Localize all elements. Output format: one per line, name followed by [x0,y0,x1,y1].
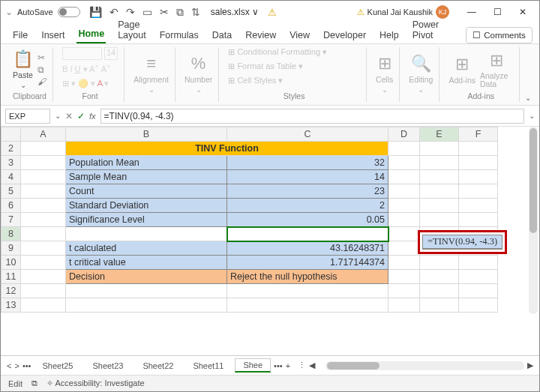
maximize-button[interactable]: ☐ [485,3,509,21]
label-pop-mean: Population Mean [66,156,227,170]
titlebar: ⌄ AutoSave 💾 ↶ ↷ ▭ ✂ ⧉ ⇅ sales.xlsx ∨ ⚠ … [1,1,539,23]
paste-button[interactable]: 📋Paste⌄ [13,49,33,89]
sheet-nav-prev[interactable]: < [7,361,11,370]
copy-icon[interactable]: ⧉ [176,6,184,19]
sheet-tab-active[interactable]: Shee [235,358,271,373]
table-title: TINV Function [66,142,388,156]
cell-styles-button[interactable]: ⊞ Cell Styles ▾ [228,76,283,85]
label-count: Count [66,184,227,199]
label-decision: Decision [66,270,227,284]
tab-review[interactable]: Review [244,27,278,43]
analyze-data-button[interactable]: ⊞Analyze Data [480,51,513,88]
save-icon[interactable]: 💾 [89,6,102,19]
tab-formulas[interactable]: Formulas [158,27,200,43]
worksheet-grid[interactable]: ABCDEF 2TINV Function 3Population Mean32… [1,127,539,355]
autosave-label: AutoSave [17,7,53,16]
fx-icon[interactable]: fx [89,112,96,121]
label-tcalc: t calculated [66,241,227,256]
cut-icon[interactable]: ✂ [160,6,169,19]
val-count: 23 [227,184,388,199]
caret-icon[interactable]: ⌄ [5,7,13,17]
val-stddev: 2 [227,199,388,213]
enter-icon[interactable]: ✓ [77,111,85,121]
vertical-scrollbar[interactable] [529,127,538,314]
format-as-table-button[interactable]: ⊞ Format as Table ▾ [228,61,303,71]
label-sample-mean: Sample Mean [66,170,227,184]
font-group-label: Font [62,91,118,100]
accessibility-status[interactable]: ✧ Accessibility: Investigate [46,379,145,388]
cut-button[interactable]: ✂ [38,52,46,63]
sheet-tab-23[interactable]: Sheet23 [84,359,131,373]
format-painter-button[interactable]: 🖌 [38,76,46,87]
tab-data[interactable]: Data [211,27,233,43]
tab-powerpivot[interactable]: Power Pivot [411,16,440,43]
val-pop-mean: 32 [227,156,388,170]
minimize-button[interactable]: — [460,3,484,21]
clipboard-group-label: Clipboard [13,91,46,100]
sheet-tab-22[interactable]: Sheet22 [134,359,182,373]
styles-group-label: Styles [228,91,360,100]
alignment-button[interactable]: ≡Alignment⌄ [134,54,169,94]
sheet-nav-more[interactable]: ••• [22,361,32,370]
stats-shortcut-icon[interactable]: ⧉ [32,379,38,388]
autosave-toggle[interactable] [58,7,80,17]
comments-button[interactable]: ☐ Comments [466,27,532,43]
status-bar: Edit ⧉ ✧ Accessibility: Investigate [1,375,539,391]
user-name: Kunal Jai Kaushik [368,7,433,16]
tab-insert[interactable]: Insert [40,27,66,43]
tab-overflow-icon[interactable]: ••• [274,361,283,370]
warning-icon[interactable]: ⚠ [268,7,277,18]
tab-file[interactable]: File [11,27,29,43]
label-stddev: Standard Deviation [66,199,227,213]
label-tcrit: t critical value [66,256,227,270]
tab-view[interactable]: View [288,27,311,43]
name-box[interactable]: EXP [5,109,50,124]
cell-e8-overflow: =TINV(0.94, -4.3) [418,230,507,254]
new-sheet-button[interactable]: + [286,361,290,370]
tab-home[interactable]: Home [76,25,106,43]
close-button[interactable]: ✕ [511,3,535,21]
tab-layout[interactable]: Page Layout [116,16,148,43]
cells-button[interactable]: ⊞Cells⌄ [376,54,393,94]
active-cell[interactable] [227,227,388,241]
tab-help[interactable]: Help [378,27,400,43]
val-tcrit: 1.717144374 [227,256,388,270]
horizontal-scrollbar[interactable] [326,361,524,370]
ribbon-tabs: File Insert Home Page Layout Formulas Da… [1,23,539,44]
cancel-icon[interactable]: ✕ [65,111,73,121]
formula-bar: EXP ⌄ ✕ ✓ fx =TINV(0.94, -4.3) ⌄ [1,106,539,127]
addins-group-label: Add-ins [448,91,513,100]
scroll-left-icon[interactable]: ◀ [309,361,315,370]
val-tcalc: 43.16248371 [227,241,388,256]
val-sample-mean: 14 [227,170,388,184]
editing-button[interactable]: 🔍Editing⌄ [409,54,433,94]
sort-icon[interactable]: ⇅ [191,6,200,19]
status-mode: Edit [8,379,22,388]
tab-developer[interactable]: Developer [322,27,368,43]
sheet-nav-next[interactable]: > [14,361,19,370]
label-siglevel: Significance Level [66,213,227,227]
sheet-tab-bar: < > ••• Sheet25 Sheet23 Sheet22 Sheet11 … [1,355,539,375]
ribbon: 📋Paste⌄ ✂ ⧉ 🖌 Clipboard 14 B I U ▾ A˄ A˅… [1,44,539,106]
sheet-tab-11[interactable]: Sheet11 [184,359,232,373]
formula-input[interactable]: =TINV(0.94, -4.3) [100,109,524,124]
copy-button[interactable]: ⧉ [38,64,46,75]
scroll-right-icon[interactable]: ▶ [527,361,533,370]
user-warning-icon: ⚠ [357,7,364,17]
val-decision: Reject the null hypothesis [227,270,388,284]
collapse-ribbon-icon[interactable]: ⌄ [525,94,531,102]
sheet-tab-25[interactable]: Sheet25 [34,359,81,373]
val-siglevel: 0.05 [227,213,388,227]
number-button[interactable]: %Number⌄ [184,54,212,94]
filename[interactable]: sales.xlsx ∨ [211,7,259,17]
conditional-formatting-button[interactable]: ⊞ Conditional Formatting ▾ [228,47,327,57]
addins-button[interactable]: ⊞Add-ins [448,55,476,85]
